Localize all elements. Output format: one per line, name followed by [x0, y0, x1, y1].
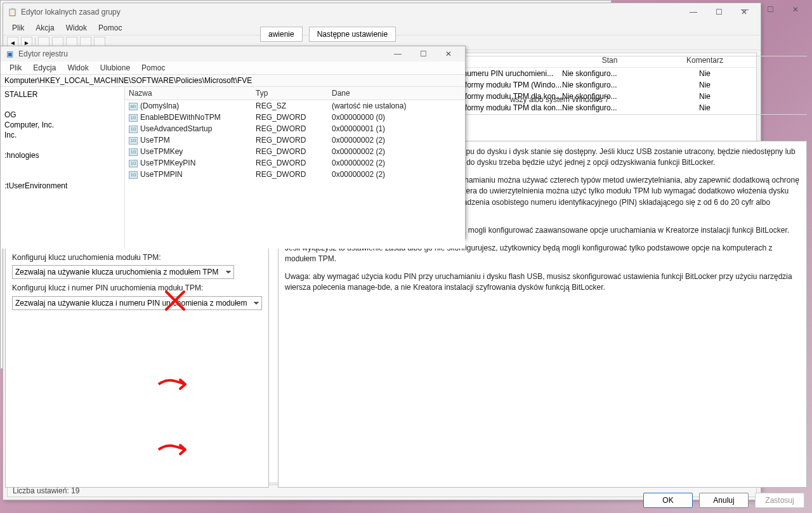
- opt4-select[interactable]: Zezwalaj na używanie klucza i numeru PIN…: [12, 296, 262, 310]
- close-button[interactable]: ✕: [436, 46, 461, 62]
- reg-value-row[interactable]: 10UseTPMKeyREG_DWORD0x00000002 (2): [125, 146, 465, 157]
- gpedit-icon: 📋: [7, 7, 17, 17]
- policy-row[interactable]: numeru PIN uruchomieni...Nie skonfiguro.…: [459, 68, 756, 79]
- help-paragraph: Uwaga: aby wymagać użycia kodu PIN przy …: [285, 271, 800, 294]
- col-data[interactable]: Dane: [328, 87, 465, 100]
- reg-tree-item[interactable]: [2, 140, 123, 150]
- version-note: wszy albo system Windows 7: [510, 95, 609, 104]
- menu-help[interactable]: Pomoc: [136, 62, 170, 74]
- opt3-select[interactable]: Zezwalaj na używanie klucza uruchomienia…: [12, 265, 234, 279]
- regedit-title: Edytor rejestru: [18, 49, 385, 58]
- opt3-label: Konfiguruj klucz uruchomienia modułu TPM…: [12, 252, 262, 263]
- reg-value-row[interactable]: ab(Domyślna)REG_SZ(wartość nie ustalona): [125, 100, 465, 112]
- reg-value-row[interactable]: 10UseTPMKeyPINREG_DWORD0x00000002 (2): [125, 157, 465, 169]
- gpedit-titlebar[interactable]: 📋 Edytor lokalnych zasad grupy — ☐ ✕: [3, 3, 761, 21]
- reg-tree-item[interactable]: STALLER: [2, 89, 123, 100]
- regedit-icon: ▣: [4, 49, 15, 59]
- minimize-button[interactable]: —: [732, 3, 757, 16]
- reg-tree-item[interactable]: Inc.: [2, 130, 123, 140]
- regedit-values[interactable]: Nazwa Typ Dane ab(Domyślna)REG_SZ(wartoś…: [125, 87, 465, 249]
- menu-file[interactable]: Plik: [7, 22, 29, 34]
- close-button[interactable]: ✕: [783, 3, 808, 16]
- opt4-label: Konfiguruj klucz i numer PIN uruchomieni…: [12, 283, 262, 294]
- col-name[interactable]: Nazwa: [125, 87, 252, 100]
- menu-fav[interactable]: Ulubione: [95, 62, 135, 74]
- menu-file[interactable]: Plik: [4, 62, 27, 74]
- menu-view[interactable]: Widok: [62, 62, 93, 74]
- reg-tree-item[interactable]: [2, 171, 123, 181]
- menu-view[interactable]: Widok: [61, 22, 92, 34]
- cancel-button[interactable]: Anuluj: [699, 493, 749, 508]
- regedit-addressbar[interactable]: Komputer\HKEY_LOCAL_MACHINE\SOFTWARE\Pol…: [1, 74, 465, 87]
- reg-value-row[interactable]: 10UseTPMREG_DWORD0x00000002 (2): [125, 134, 465, 146]
- maximize-button[interactable]: ☐: [410, 46, 436, 62]
- reg-tree-item[interactable]: :tUserEnvironment: [2, 181, 123, 191]
- minimize-button[interactable]: —: [681, 4, 706, 20]
- reg-tree-item[interactable]: [2, 100, 123, 110]
- menu-help[interactable]: Pomoc: [93, 22, 127, 34]
- maximize-button[interactable]: ☐: [757, 3, 783, 16]
- regedit-menubar: Plik Edycja Widok Ulubione Pomoc: [1, 62, 465, 74]
- policy-row[interactable]: tformy modułu TPM (Windo...Nie skonfigur…: [459, 79, 756, 91]
- menu-edit[interactable]: Edycja: [28, 62, 61, 74]
- maximize-button[interactable]: ☐: [706, 4, 731, 20]
- reg-tree-item[interactable]: OG: [2, 110, 123, 120]
- regedit-tree[interactable]: STALLER OGComputer, Inc.Inc. :hnologies …: [1, 87, 125, 249]
- reg-tree-item[interactable]: [2, 160, 123, 171]
- reg-value-row[interactable]: 10UseTPMPINREG_DWORD0x00000002 (2): [125, 169, 465, 180]
- reg-value-row[interactable]: 10UseAdvancedStartupREG_DWORD0x00000001 …: [125, 123, 465, 134]
- reg-tree-item[interactable]: :hnologies: [2, 150, 123, 160]
- gpedit-title: Edytor lokalnych zasad grupy: [21, 8, 681, 16]
- apply-button[interactable]: Zastosuj: [755, 493, 804, 508]
- reg-value-row[interactable]: 10EnableBDEWithNoTPMREG_DWORD0x00000000 …: [125, 112, 465, 123]
- prev-setting-button[interactable]: awienie: [260, 27, 303, 42]
- dialog-window-controls: — ☐ ✕: [732, 3, 808, 16]
- ok-button[interactable]: OK: [643, 493, 693, 508]
- minimize-button[interactable]: —: [385, 46, 410, 62]
- regedit-window: ▣ Edytor rejestru — ☐ ✕ Plik Edycja Wido…: [0, 46, 466, 239]
- col-comment[interactable]: Komentarz: [657, 56, 752, 65]
- col-type[interactable]: Typ: [252, 87, 328, 100]
- menu-action[interactable]: Akcja: [30, 22, 59, 34]
- next-setting-button[interactable]: Następne ustawienie: [309, 27, 396, 42]
- col-state[interactable]: Stan: [562, 56, 657, 65]
- reg-tree-item[interactable]: Computer, Inc.: [2, 120, 123, 130]
- regedit-titlebar[interactable]: ▣ Edytor rejestru — ☐ ✕: [1, 46, 465, 62]
